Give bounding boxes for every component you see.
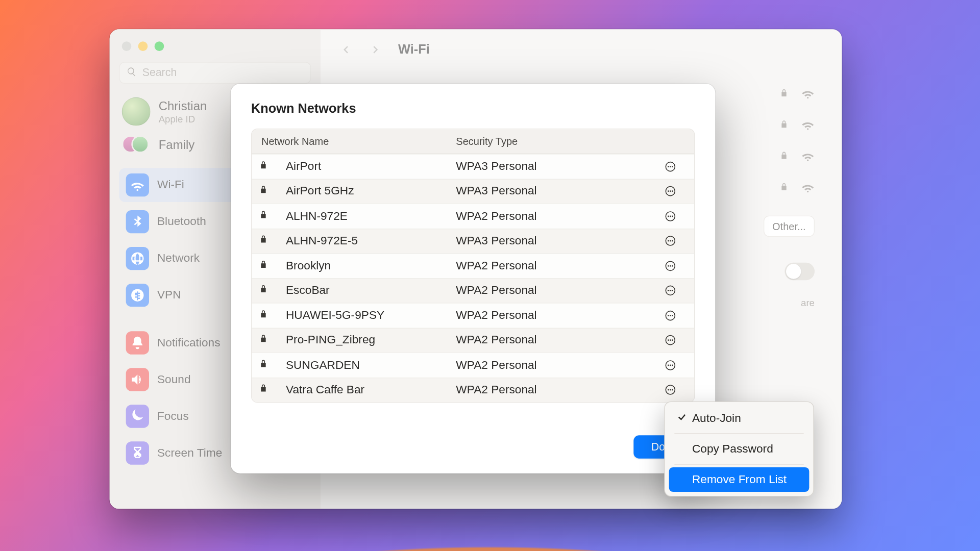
wifi-icon	[126, 173, 149, 196]
security-type: WPA2 Personal	[456, 383, 653, 397]
more-button[interactable]	[653, 235, 688, 247]
more-button[interactable]	[653, 359, 688, 371]
svg-point-2	[670, 166, 671, 167]
more-button[interactable]	[653, 260, 688, 272]
networks-table: Network Name Security Type AirPortWPA3 P…	[251, 129, 695, 403]
network-name: Brooklyn	[286, 259, 456, 273]
search-input[interactable]	[142, 67, 304, 79]
other-networks-button[interactable]: Other...	[764, 216, 815, 237]
toolbar: Wi-Fi	[321, 29, 842, 70]
globe-icon	[126, 284, 149, 307]
svg-point-7	[672, 191, 673, 192]
table-row[interactable]: EscoBarWPA2 Personal	[252, 278, 694, 303]
more-button[interactable]	[653, 210, 688, 222]
table-row[interactable]: AirPort 5GHzWPA3 Personal	[252, 179, 694, 204]
svg-point-23	[672, 290, 673, 291]
network-name: Vatra Caffe Bar	[286, 383, 456, 397]
menu-item-label: Copy Password	[692, 442, 773, 456]
table-row[interactable]: BrooklynWPA2 Personal	[252, 253, 694, 278]
svg-point-33	[668, 364, 669, 366]
col-network-name: Network Name	[259, 135, 456, 147]
table-row[interactable]: SUNGARDENWPA2 Personal	[252, 353, 694, 378]
search-field[interactable]	[119, 62, 311, 84]
table-row[interactable]: HUAWEI-5G-9PSYWPA2 Personal	[252, 303, 694, 328]
network-row[interactable]	[779, 180, 815, 196]
svg-point-13	[668, 240, 669, 242]
svg-point-29	[668, 340, 669, 341]
security-type: WPA2 Personal	[456, 284, 653, 297]
svg-point-25	[668, 315, 669, 316]
network-name: EscoBar	[286, 284, 456, 297]
dialog-title: Known Networks	[251, 102, 695, 116]
table-row[interactable]: ALHN-972E-5WPA3 Personal	[252, 228, 694, 253]
search-icon	[127, 66, 137, 79]
table-row[interactable]: ALHN-972EWPA2 Personal	[252, 204, 694, 229]
back-button[interactable]	[337, 40, 356, 59]
bluetooth-icon	[126, 210, 149, 233]
ask-join-toggle[interactable]	[785, 263, 815, 281]
known-networks-dialog: Known Networks Network Name Security Typ…	[231, 84, 715, 473]
menu-item-copy-password[interactable]: Copy Password	[669, 437, 810, 461]
svg-point-38	[670, 389, 671, 391]
table-row[interactable]: Pro-PING_ZibregWPA2 Personal	[252, 328, 694, 353]
more-button[interactable]	[653, 160, 688, 172]
moon-icon	[126, 405, 149, 428]
security-type: WPA2 Personal	[456, 209, 653, 223]
close-button[interactable]	[122, 41, 132, 51]
network-name: AirPort	[286, 160, 456, 173]
svg-point-19	[672, 265, 673, 267]
lock-icon	[779, 151, 789, 163]
sidebar-item-label: Screen Time	[157, 446, 222, 460]
network-name: Pro-PING_Zibreg	[286, 334, 456, 347]
more-button[interactable]	[653, 334, 688, 346]
lock-icon	[259, 383, 286, 397]
sidebar-item-label: Bluetooth	[157, 215, 206, 229]
svg-point-15	[672, 240, 673, 242]
zoom-button[interactable]	[155, 41, 164, 51]
security-type: WPA2 Personal	[456, 259, 653, 273]
security-type: WPA3 Personal	[456, 185, 653, 198]
menu-item-label: Auto-Join	[692, 412, 741, 425]
bell-icon	[126, 331, 149, 354]
network-row[interactable]	[779, 118, 815, 134]
table-row[interactable]: Vatra Caffe BarWPA2 Personal	[252, 377, 694, 402]
menu-separator	[674, 433, 803, 434]
lock-icon	[779, 182, 789, 194]
svg-point-3	[672, 166, 673, 167]
sidebar-item-label: Sound	[157, 373, 191, 387]
forward-button[interactable]	[365, 40, 384, 59]
table-row[interactable]: AirPortWPA3 Personal	[252, 154, 694, 179]
svg-point-26	[670, 315, 671, 316]
lock-icon	[259, 160, 286, 173]
menu-item-auto-join[interactable]: Auto-Join	[669, 406, 810, 431]
security-type: WPA3 Personal	[456, 234, 653, 248]
svg-point-9	[668, 215, 669, 217]
svg-point-37	[668, 389, 669, 391]
network-name: AirPort 5GHz	[286, 185, 456, 198]
lock-icon	[259, 209, 286, 223]
svg-point-14	[670, 240, 671, 242]
sidebar-item-label: Network	[157, 252, 200, 265]
menu-item-label: Remove From List	[692, 473, 787, 487]
network-row[interactable]	[779, 149, 815, 165]
more-button[interactable]	[653, 185, 688, 197]
sidebar-item-label: Notifications	[157, 336, 220, 350]
lock-icon	[779, 88, 789, 101]
network-row[interactable]	[779, 86, 815, 103]
svg-point-30	[670, 340, 671, 341]
svg-point-1	[668, 166, 669, 167]
minimize-button[interactable]	[138, 41, 148, 51]
svg-point-39	[672, 389, 673, 391]
lock-icon	[259, 185, 286, 198]
security-type: WPA2 Personal	[456, 358, 653, 372]
family-avatars	[122, 135, 151, 154]
more-button[interactable]	[653, 384, 688, 396]
more-button[interactable]	[653, 285, 688, 297]
more-button[interactable]	[653, 309, 688, 321]
wifi-icon	[801, 118, 815, 134]
hourglass-icon	[126, 441, 149, 464]
svg-point-31	[672, 340, 673, 341]
menu-item-remove-from-list[interactable]: Remove From List	[669, 467, 810, 492]
hint-text: are	[801, 296, 815, 309]
lock-icon	[259, 334, 286, 347]
